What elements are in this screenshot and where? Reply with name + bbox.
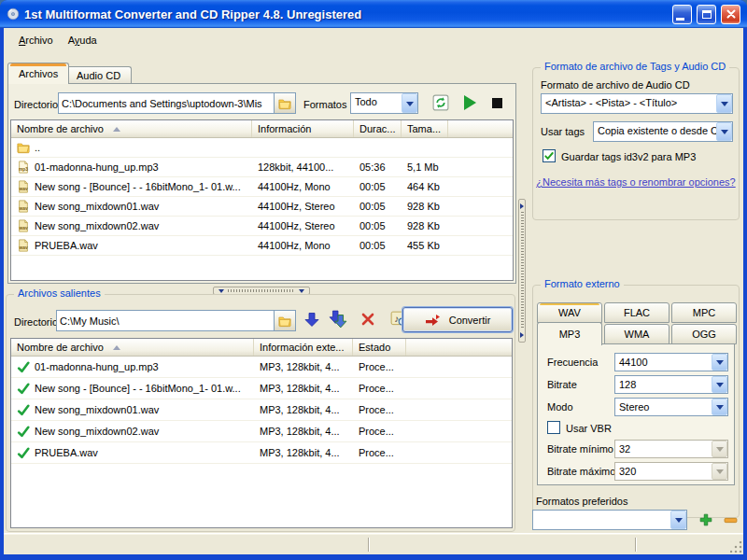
dropdown-arrow-icon [712,354,727,371]
sort-ascending-icon [113,127,120,132]
bitrate-combo[interactable]: 128 [614,375,728,394]
format-tab-flac[interactable]: FLAC [604,302,669,323]
resize-grip[interactable] [730,541,742,553]
output-directory-input[interactable] [57,311,274,330]
title-bar[interactable]: 1st Multiformat Converter and CD Ripper … [0,0,747,28]
wav-file-icon [17,219,30,232]
rescan-button[interactable] [430,92,451,113]
source-tab-panel: Directorio Formatos Todo Nom [7,83,516,284]
dropdown-arrow-icon [712,463,727,480]
move-all-down-button[interactable] [328,309,348,329]
max-bitrate-label: Bitrate máximo [547,466,615,477]
delete-x-icon [360,312,375,327]
format-tab-wav[interactable]: WAV [537,302,602,323]
add-format-button[interactable] [698,512,713,527]
stop-icon [492,98,502,108]
menu-ayuda[interactable]: Ayuda [61,32,105,49]
audio-cd-format-label: Formato de archivo de Audio CD [541,79,690,91]
format-tab-mpc[interactable]: MPC [671,302,737,323]
audio-cd-format-combo[interactable]: <Artista> - <Pista> - <Título> [541,93,733,114]
dropdown-arrow-icon [716,122,732,141]
source-directory-input[interactable] [59,93,274,113]
vbr-label: Usar VBR [566,423,612,434]
frequency-combo[interactable]: 44100 [614,353,728,371]
play-button[interactable] [462,94,477,111]
format-tab-mp3[interactable]: MP3 [537,322,602,345]
source-directory-label: Directorio [14,99,58,110]
minimize-icon [676,18,684,21]
header-duracion[interactable]: Durac... [354,120,402,137]
remove-format-button[interactable] [723,516,738,524]
tags-format-group: Formato de archivo de Tags y Audio CD Fo… [532,67,740,220]
application-window: 1st Multiformat Converter and CD Ripper … [0,0,747,560]
mp3-settings-panel: Frecuencia 44100 Bitrate 128 Modo Stereo… [537,343,735,485]
table-row[interactable]: 01-madonna-hung_up.mp3 MP3, 128kbit, 4..… [11,357,512,378]
close-button[interactable] [721,5,740,24]
move-down-button[interactable] [303,310,320,329]
format-tab-ogg[interactable]: OGG [671,324,737,344]
convert-button[interactable]: Convertir [402,307,513,332]
header-filler [448,120,513,137]
statusbar-divider [368,538,370,552]
header-estado[interactable]: Estado [353,339,406,356]
header-tamano[interactable]: Tama... [402,120,448,137]
header-filler [406,339,512,356]
vertical-splitter[interactable] [518,199,526,343]
check-icon [17,403,30,416]
preferred-formats-combo[interactable] [532,510,687,530]
tab-archivos[interactable]: Archivos [7,63,69,84]
minimize-button[interactable] [672,5,692,24]
formats-combo[interactable]: Todo [350,92,418,114]
folder-open-icon [278,97,291,110]
table-row[interactable]: New song - [Bounce] - - 16bitMono_1- 01.… [11,378,512,399]
output-browse-button[interactable] [274,311,295,330]
maximize-icon [702,10,712,19]
min-bitrate-combo: 32 [614,440,728,458]
preferred-formats-label: Formatos preferidos [536,496,627,507]
table-row[interactable]: .. [11,138,513,158]
header-informacion-externa[interactable]: Información exte... [254,339,353,356]
plus-icon [699,513,712,526]
table-row[interactable]: 01-madonna-hung_up.mp3 128kbit, 44100...… [11,158,513,177]
table-row[interactable]: New song_mixdown02.wav 44100Hz, Stereo 0… [11,217,513,236]
more-tags-link[interactable]: ¿Necesita más tags o renombrar opciones? [533,176,739,188]
table-row[interactable]: New song_mixdown01.wav MP3, 128kbit, 4..… [11,399,512,421]
use-tags-combo[interactable]: Copia existente o desde C [593,121,733,142]
menu-archivo[interactable]: Archivo [11,32,61,49]
stop-button[interactable] [491,96,502,109]
save-id3v2-checkbox[interactable] [543,149,556,162]
table-row[interactable]: New song_mixdown02.wav MP3, 128kbit, 4..… [11,421,512,442]
format-tab-wma[interactable]: WMA [604,324,669,344]
maximize-button[interactable] [697,5,716,24]
table-row[interactable]: New song_mixdown01.wav 44100Hz, Stereo 0… [11,197,513,217]
header-nombre[interactable]: Nombre de archivo [11,339,254,356]
output-table-header: Nombre de archivo Información exte... Es… [11,339,512,357]
table-row[interactable]: PRUEBA.wav 44100Hz, Mono 00:05 455 Kb [11,236,513,256]
table-row[interactable]: New song - [Bounce] - - 16bitMono_1- 01.… [11,177,513,197]
max-bitrate-combo: 320 [614,462,728,481]
tags-group-title: Formato de archivo de Tags y Audio CD [541,61,729,72]
dropdown-arrow-icon [670,511,686,529]
output-directory-field [56,310,296,331]
mode-combo[interactable]: Stereo [614,398,728,416]
statusbar-divider [635,538,637,552]
arrow-down-icon [304,312,319,328]
source-directory-field [58,92,296,114]
output-directory-label: Directorio [14,316,58,328]
tab-audio-cd[interactable]: Audio CD [65,66,132,84]
vbr-checkbox[interactable] [547,421,560,434]
splitter-arrow-icon [520,203,527,209]
window-title: 1st Multiformat Converter and CD Ripper … [24,7,668,21]
output-file-table: Nombre de archivo Información exte... Es… [10,338,513,528]
remove-button[interactable] [359,311,376,328]
table-row[interactable]: PRUEBA.wav MP3, 128kbit, 4... Proce... [11,442,512,464]
client-area: Archivo Ayuda Archivos Audio CD Director… [4,28,743,554]
refresh-icon [432,94,449,111]
source-browse-button[interactable] [274,93,295,113]
frequency-label: Frecuencia [547,357,598,368]
header-nombre[interactable]: Nombre de archivo [11,120,252,137]
header-informacion[interactable]: Información [252,120,354,137]
dropdown-arrow-icon [716,94,732,113]
min-bitrate-label: Bitrate mínimo [547,443,613,455]
check-icon [17,425,30,438]
